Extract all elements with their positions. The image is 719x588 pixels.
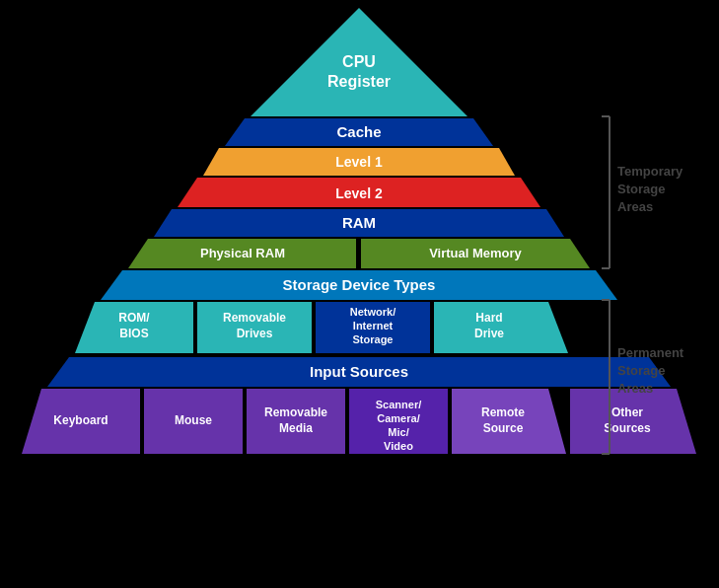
storage-header-label: Storage Device Types (283, 276, 436, 293)
input-scanner-label1: Scanner/ (376, 399, 421, 410)
storage-removable-label2: Drives (237, 327, 273, 340)
input-removable-label2: Media (279, 421, 313, 435)
temp-label2: Storage (617, 182, 665, 196)
input-removable-label1: Removable (264, 405, 327, 419)
ram-header-label: RAM (342, 214, 376, 231)
diagram-container: CPU Register Cache Level 1 Level 2 RAM P… (0, 0, 719, 588)
perm-label2: Storage (617, 363, 665, 378)
input-scanner-label3: Mic/ (388, 426, 408, 438)
cache-l1-label: Level 1 (335, 154, 383, 170)
input-other-label1: Other (611, 405, 643, 419)
input-scanner-label4: Video (384, 440, 413, 452)
input-other-label2: Sources (604, 421, 651, 435)
cache-l2-label: Level 2 (335, 185, 383, 201)
input-remote-label2: Source (483, 421, 524, 435)
storage-rom-label2: BIOS (119, 327, 148, 340)
cache-header-label: Cache (336, 123, 381, 140)
storage-removable-label1: Removable (223, 311, 286, 325)
perm-label3: Areas (617, 381, 653, 396)
storage-rom-label1: ROM/ (118, 311, 150, 325)
input-scanner-label2: Camera/ (377, 412, 419, 424)
storage-hdd-label2: Drive (474, 327, 504, 340)
temp-label1: Temporary (617, 164, 683, 179)
cpu-label: CPU (342, 53, 376, 70)
cpu-label2: Register (327, 73, 391, 90)
ram-physical-label: Physical RAM (200, 246, 285, 260)
storage-network-label1: Network/ (350, 306, 395, 318)
storage-hdd-label1: Hard (475, 311, 502, 325)
input-keyboard-label: Keyboard (53, 413, 108, 427)
input-remote-label1: Remote (481, 405, 525, 419)
input-header-label: Input Sources (310, 363, 408, 380)
temp-label3: Areas (617, 199, 653, 214)
input-mouse-label: Mouse (175, 413, 212, 427)
storage-network-label2: Internet (353, 320, 394, 331)
ram-virtual-label: Virtual Memory (429, 246, 522, 260)
pyramid-diagram: CPU Register Cache Level 1 Level 2 RAM P… (0, 0, 719, 588)
storage-network-label3: Storage (353, 333, 394, 345)
perm-label1: Permanent (617, 345, 684, 360)
